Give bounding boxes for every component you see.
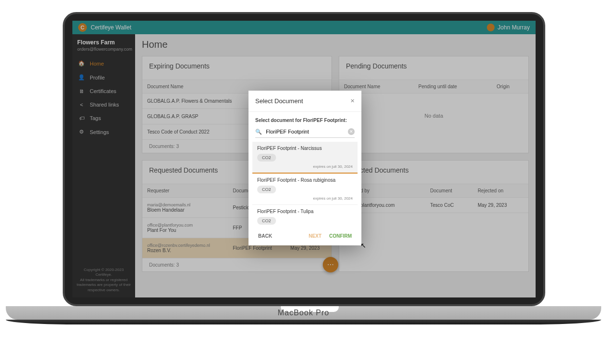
rejected-title: Rejected Documents [346, 166, 522, 174]
tag-icon: 🏷 [78, 115, 85, 121]
app-screen: C Certifeye Wallet John Murray Flowers F… [72, 21, 536, 297]
page-title: Home [142, 39, 529, 50]
sidebar-item-label: Settings [90, 129, 109, 135]
select-document-dialog: Select Document ✕ Select document for Fl… [248, 91, 361, 245]
expiring-title: Expiring Documents [149, 62, 325, 70]
requested-header-requester: Requester [142, 184, 228, 198]
document-icon: 🗎 [78, 88, 85, 94]
sidebar-item-profile[interactable]: 👤 Profile [72, 70, 135, 84]
sidebar-footer: Copyright © 2020-2023 Certifeye. All tra… [72, 263, 135, 297]
row-date: May 29, 2023 [473, 198, 528, 213]
dialog-confirm-button[interactable]: CONFIRM [329, 233, 352, 239]
person-icon: 👤 [78, 74, 85, 81]
sidebar-item-shared-links[interactable]: < Shared links [72, 98, 135, 111]
pending-header-origin: Origin [492, 80, 528, 94]
dialog-search[interactable]: 🔍 ✕ [255, 126, 355, 138]
footer-trademark: All trademarks or registered trademarks … [76, 278, 131, 293]
dialog-next-button[interactable]: NEXT [309, 233, 322, 239]
sidebar-item-home[interactable]: 🏠 Home [72, 56, 135, 70]
dialog-doc-item[interactable]: FloriPEF Footprint - Tulipa CO2 [252, 205, 358, 229]
doc-item-tag: CO2 [257, 186, 276, 193]
gear-icon: ⚙ [78, 129, 85, 135]
fab-add-button[interactable]: ⋯ [323, 257, 338, 272]
sidebar-item-tags[interactable]: 🏷 Tags [72, 111, 135, 125]
sidebar-item-label: Tags [90, 115, 101, 121]
footer-copyright: Copyright © 2020-2023 Certifeye. [76, 268, 131, 278]
row-email: office@rozenbv.certifeyedemo.nl [147, 243, 223, 248]
pending-header-until: Pending until date [414, 80, 492, 94]
doc-item-name: FloriPEF Footprint - Narcissus [257, 146, 353, 151]
rejected-card: Rejected Documents Rejected by Document … [339, 160, 529, 272]
sidebar-company: Flowers Farm [77, 39, 130, 46]
rejected-header-document: Document [426, 184, 473, 198]
row-document: Tesco CoC [426, 198, 473, 213]
sidebar-email: orders@flowercompany.com [77, 47, 130, 52]
dialog-close-button[interactable]: ✕ [350, 98, 355, 104]
sidebar-item-settings[interactable]: ⚙ Settings [72, 125, 135, 139]
pending-nodata: No data [339, 94, 528, 138]
dialog-title: Select Document [255, 97, 303, 105]
laptop-brand-text: MacBook Pro [6, 309, 601, 317]
sidebar-item-certificates[interactable]: 🗎 Certificates [72, 84, 135, 98]
rejected-header-on: Rejected on [473, 184, 528, 198]
sidebar: Flowers Farm orders@flowercompany.com 🏠 … [72, 34, 135, 297]
laptop-base: MacBook Pro [0, 306, 607, 350]
laptop-frame: C Certifeye Wallet John Murray Flowers F… [63, 12, 545, 306]
dialog-doc-item[interactable]: FloriPEF Footprint - Narcissus CO2 expir… [252, 142, 358, 174]
topbar: C Certifeye Wallet John Murray [72, 21, 536, 34]
cursor-icon: ↖ [360, 242, 366, 249]
dialog-doc-item[interactable]: FloriPEF Footprint - Rosa rubiginosa CO2… [252, 174, 358, 205]
dialog-doc-list: FloriPEF Footprint - Narcissus CO2 expir… [252, 142, 358, 229]
doc-item-name: FloriPEF Footprint - Rosa rubiginosa [257, 177, 353, 183]
search-icon: 🔍 [255, 129, 262, 135]
pending-table: Document Name Pending until date Origin [339, 80, 528, 94]
dialog-back-button[interactable]: BACK [258, 233, 272, 239]
dialog-search-input[interactable] [264, 128, 348, 135]
row-name: Plant For You [147, 228, 223, 233]
row-name: Rozen B.V. [147, 248, 223, 253]
doc-item-tag: CO2 [257, 217, 276, 225]
sidebar-item-label: Profile [90, 75, 105, 81]
rejected-table: Rejected by Document Rejected on office@… [339, 184, 528, 213]
sidebar-item-label: Shared links [90, 102, 119, 108]
app-name: Certifeye Wallet [91, 24, 131, 31]
doc-item-name: FloriPEF Footprint - Tulipa [257, 209, 353, 214]
dialog-subtitle: Select document for FloriPEF Footprint: [248, 112, 361, 126]
row-email: office@plantforyou.com [147, 223, 223, 228]
avatar-icon[interactable] [487, 24, 495, 31]
row-name: Bloem Handelaar [147, 207, 223, 213]
clear-search-button[interactable]: ✕ [348, 128, 355, 135]
doc-item-tag: CO2 [257, 154, 276, 162]
doc-item-expires: expires on juli 30, 2024 [257, 196, 353, 201]
sidebar-item-label: Certificates [90, 88, 116, 94]
home-icon: 🏠 [78, 60, 85, 67]
table-row[interactable]: office@plantforyou.com Tesco CoC May 29,… [339, 198, 528, 213]
share-icon: < [78, 102, 85, 108]
row-email: maria@demoemails.nl [147, 202, 223, 207]
pending-card: Pending Documents Document Name Pending … [339, 56, 529, 153]
topbar-username[interactable]: John Murray [497, 24, 530, 31]
pending-title: Pending Documents [346, 62, 522, 70]
doc-item-expires: expires on juli 30, 2024 [257, 164, 353, 169]
app-logo-icon: C [78, 23, 87, 32]
sidebar-header: Flowers Farm orders@flowercompany.com [72, 34, 135, 56]
sidebar-item-label: Home [90, 61, 104, 67]
requested-footer: Documents: 3 [142, 258, 331, 271]
